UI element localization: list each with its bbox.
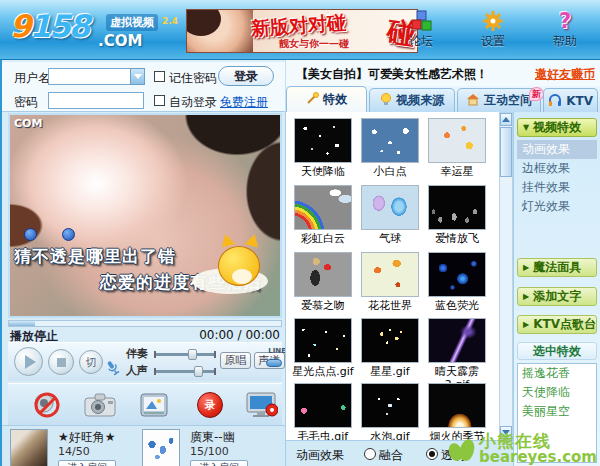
sidebar-item-border[interactable]: 边框效果 <box>517 159 597 178</box>
effect-thumbnail[interactable] <box>294 118 352 163</box>
selected-effect[interactable]: 摇逸花香 <box>518 364 596 383</box>
enter-room-button[interactable]: 进入房间 <box>190 460 248 466</box>
effect-thumbnail[interactable] <box>428 252 486 297</box>
logo-number: 9158 <box>10 8 88 44</box>
snapshot-button[interactable] <box>82 389 118 421</box>
sidebar-item-pendant[interactable]: 挂件效果 <box>517 178 597 197</box>
original-vocal-button[interactable]: 原唱 <box>220 352 251 369</box>
effect-thumbnail[interactable] <box>294 185 352 230</box>
record-glyph: 录 <box>205 398 216 413</box>
effect-thumbnail[interactable] <box>428 118 486 163</box>
help-button[interactable]: ? 帮助 <box>544 9 586 50</box>
effect-thumbnail[interactable] <box>361 318 419 363</box>
username-label: 用户名 <box>14 70 50 87</box>
bear-logo-icon <box>447 435 477 465</box>
effect-label: 蓝色荧光 <box>425 299 489 312</box>
watermark-text: 小熊在线 beareyes.com <box>479 433 597 465</box>
effect-label: 天使降临 <box>291 165 355 178</box>
login-panel: 用户名 记住密码 登录 密码 自动登录 免费注册 <box>2 60 285 112</box>
effect-thumbnail[interactable] <box>428 318 486 363</box>
effect-thumbnail[interactable] <box>361 118 419 163</box>
sidebar-item-animation[interactable]: 动画效果 <box>517 140 597 159</box>
autologin-checkbox[interactable] <box>154 95 165 106</box>
slider-knob[interactable] <box>194 366 203 377</box>
login-button[interactable]: 登录 <box>218 66 274 86</box>
tab-effects[interactable]: 特效 <box>286 86 367 112</box>
room-thumbnail[interactable] <box>142 429 180 466</box>
username-dropdown-button[interactable] <box>130 68 145 85</box>
playback-progress-bar[interactable] <box>8 320 282 327</box>
chevron-right-icon: ▶ <box>523 263 529 272</box>
ad-girl-hair <box>186 9 221 36</box>
effect-thumbnail[interactable] <box>294 318 352 363</box>
stop-icon <box>57 358 66 367</box>
chevron-down-icon: ▼ <box>523 123 529 132</box>
header-bar: 9158 .COM 虚拟视频 2.4 新版对对碰 靓女与你一—碰 碰 论坛 设置 <box>0 0 600 60</box>
room-user-count: 14/50 <box>58 445 90 458</box>
effect-label: 气球 <box>358 232 422 245</box>
section-ktv[interactable]: ▶ KTV点歌台 <box>517 315 597 334</box>
effect-thumbnail[interactable] <box>294 383 352 428</box>
remember-checkbox[interactable] <box>154 71 165 82</box>
grid-scrollbar[interactable] <box>499 112 513 440</box>
room-thumbnail[interactable] <box>10 429 48 466</box>
playback-status-row: 播放停止 00:00 / 00:00 <box>8 328 282 342</box>
transparent-radio[interactable] <box>426 448 438 460</box>
sidebar-item-light[interactable]: 灯光效果 <box>517 197 597 216</box>
free-register-link[interactable]: 免费注册 <box>220 94 268 111</box>
section-title: 添加文字 <box>533 288 581 305</box>
animation-mode-label: 动画效果 <box>296 447 344 464</box>
password-label: 密码 <box>14 94 38 111</box>
effect-thumbnail[interactable] <box>361 252 419 297</box>
room-user-count: 15/100 <box>190 445 229 458</box>
cat-belly <box>232 269 252 284</box>
tab-interactive-space-label: 互动空间 <box>484 92 532 109</box>
record-button[interactable]: 录 <box>192 389 228 421</box>
effect-label: 幸运星 <box>425 165 489 178</box>
new-badge: 新 <box>529 87 544 101</box>
line-in-toggle[interactable] <box>266 359 282 367</box>
ad-subline: 靓女与你一—碰 <box>279 37 349 51</box>
news-ticker[interactable]: 【美女自拍】可爱美女性感艺术照！ <box>296 66 488 83</box>
forum-button[interactable]: 论坛 <box>400 9 442 50</box>
invite-friends-link[interactable]: 邀好友赚币 <box>535 66 595 83</box>
logo-tagline: 虚拟视频 <box>106 14 158 31</box>
brand-logo: 9158 .COM 虚拟视频 2.4 <box>10 8 185 54</box>
camera-toolbar: 录 <box>8 383 282 425</box>
disable-camera-button[interactable] <box>28 389 64 421</box>
watermark-site: beareyes.com <box>479 450 597 465</box>
question-mark-icon: ? <box>544 9 586 33</box>
selected-effect[interactable]: 天使降临 <box>518 383 596 402</box>
section-magic-mask[interactable]: ▶ 魔法面具 <box>517 258 597 277</box>
ad-banner[interactable]: 新版对对碰 靓女与你一—碰 碰 <box>186 9 418 53</box>
section-add-text[interactable]: ▶ 添加文字 <box>517 287 597 306</box>
playback-time: 00:00 / 00:00 <box>199 328 280 342</box>
settings-button[interactable]: 设置 <box>472 9 514 50</box>
effect-thumbnail[interactable] <box>294 252 352 297</box>
selected-effect[interactable]: 美丽星空 <box>518 402 596 421</box>
effect-thumbnail[interactable] <box>361 383 419 428</box>
merge-radio[interactable] <box>364 448 376 460</box>
stop-button[interactable] <box>48 349 74 375</box>
effect-thumbnail[interactable] <box>428 185 486 230</box>
section-video-effects[interactable]: ▼ 视频特效 <box>517 118 597 137</box>
effects-sidebar: ▼ 视频特效 动画效果 边框效果 挂件效果 灯光效果 ▶ 魔法面具 ▶ 添加文字… <box>513 112 600 466</box>
scrollbar-thumb[interactable] <box>500 127 512 177</box>
enter-room-button[interactable]: 进入房间 <box>58 460 116 466</box>
vocal-slider[interactable] <box>156 370 214 373</box>
selected-effects-title: 选中特效 <box>517 342 597 360</box>
screen-record-button[interactable] <box>244 389 280 421</box>
tab-ktv[interactable]: KTV <box>543 88 598 112</box>
switch-button[interactable]: 切 <box>79 350 103 374</box>
password-input[interactable] <box>48 92 144 109</box>
effect-thumbnail[interactable] <box>361 185 419 230</box>
accompaniment-slider[interactable] <box>156 353 214 356</box>
tab-interactive-space[interactable]: 互动空间 新 <box>457 88 541 112</box>
tab-video-source[interactable]: 视频来源 <box>369 88 455 112</box>
scroll-up-button[interactable] <box>500 113 512 126</box>
effect-thumbnail[interactable] <box>428 383 486 428</box>
slider-knob[interactable] <box>188 349 197 360</box>
autologin-label: 自动登录 <box>169 94 217 111</box>
photo-frame-button[interactable] <box>136 389 172 421</box>
play-button[interactable] <box>14 347 43 376</box>
